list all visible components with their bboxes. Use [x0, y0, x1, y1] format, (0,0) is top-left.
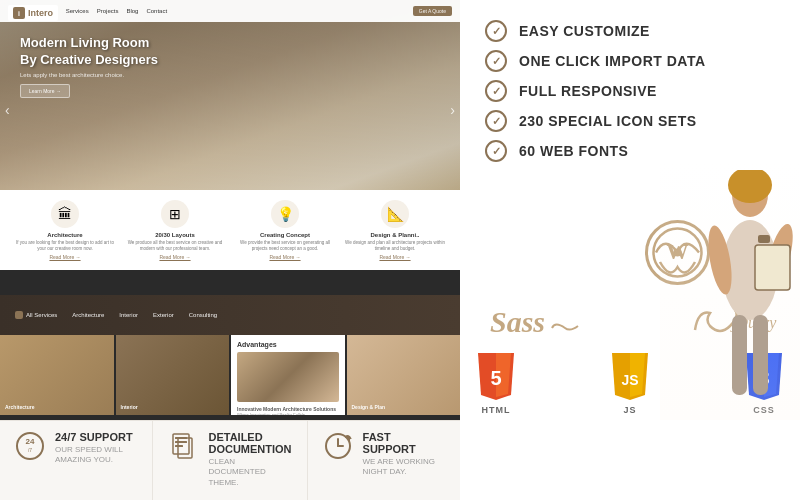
gallery-strip: Architecture Interior Advantages Innovat…: [0, 335, 460, 415]
fast-support-icon: [323, 431, 353, 466]
tech-badges: 5 HTML JS JS 3 CSS: [475, 353, 785, 415]
sass-logo: Sass: [490, 305, 580, 339]
docs-feature: DETAILED DOCUMENTION CLEAN DOCUMENTED TH…: [153, 421, 307, 500]
feature-row-4: 60 WEB FONTS: [485, 140, 775, 162]
feature-desc-1: We produce all the best service on creat…: [125, 240, 225, 252]
advantages-title: Advantages: [237, 341, 339, 348]
docs-text: DETAILED DOCUMENTION CLEAN DOCUMENTED TH…: [208, 431, 291, 488]
feature-label-1: ONE CLICK IMPORT DATA: [519, 53, 706, 69]
support-icon: 24 /7: [15, 431, 45, 466]
svg-text:3: 3: [758, 367, 769, 389]
feature-desc-2: We provide the best service on generatin…: [235, 240, 335, 252]
nav-blog[interactable]: Blog: [126, 8, 138, 14]
service-exterior: Exterior: [153, 312, 174, 318]
svg-point-24: [732, 173, 768, 217]
service-interior: Interior: [119, 312, 138, 318]
feature-concept: 💡 Creating Concept We provide the best s…: [235, 200, 335, 260]
gallery-item-3: Advantages Innovative Modern Architectur…: [231, 335, 345, 415]
js-label: JS: [623, 405, 636, 415]
svg-rect-31: [755, 245, 790, 290]
hero-prev-arrow[interactable]: ‹: [5, 102, 10, 118]
feature-list: EASY CUSTOMIZE ONE CLICK IMPORT DATA FUL…: [485, 20, 775, 162]
docs-subtitle: CLEAN DOCUMENTED THEME.: [208, 457, 291, 488]
hero-bg: [0, 0, 460, 220]
advantages-image: [237, 352, 339, 402]
service-consulting: Consulting: [189, 312, 217, 318]
fast-support-subtitle: WE ARE WORKING NIGHT DAY.: [363, 457, 445, 478]
nav-services[interactable]: Services: [66, 8, 89, 14]
support-text: 24/7 SUPPORT OUR SPEED WILL AMAZING YOU.: [55, 431, 137, 466]
check-icon-4: [485, 140, 507, 162]
bottom-features: 24 /7 24/7 SUPPORT OUR SPEED WILL AMAZIN…: [0, 420, 460, 500]
jquery-logo: jQuery: [690, 308, 780, 340]
service-arch: Architecture: [72, 312, 104, 318]
html5-badge: 5 HTML: [475, 353, 517, 415]
feature-row-2: FULL RESPONSIVE: [485, 80, 775, 102]
html-label: HTML: [482, 405, 511, 415]
feature-title-3: Design & Planni..: [345, 232, 445, 238]
gallery-item-1: Architecture: [0, 335, 114, 415]
nav-contact[interactable]: Contact: [146, 8, 167, 14]
feature-desc-3: We design and plan all architecture proj…: [345, 240, 445, 252]
feature-title-1: 20/30 Layouts: [125, 232, 225, 238]
feature-architecture: 🏛 Architecture If you are looking for th…: [15, 200, 115, 260]
svg-text:jQuery: jQuery: [730, 314, 777, 332]
css-label: CSS: [753, 405, 775, 415]
features-section: 🏛 Architecture If you are looking for th…: [0, 190, 460, 270]
site-logo: i Intero: [8, 5, 58, 21]
support-feature: 24 /7 24/7 SUPPORT OUR SPEED WILL AMAZIN…: [0, 421, 153, 500]
support-subtitle: OUR SPEED WILL AMAZING YOU.: [55, 445, 137, 466]
check-icon-1: [485, 50, 507, 72]
hero-learn-more[interactable]: Learn More →: [20, 84, 70, 98]
check-icon-0: [485, 20, 507, 42]
feature-row-3: 230 SPECIAL ICON SETS: [485, 110, 775, 132]
get-quote-button[interactable]: Get A Quote: [413, 6, 452, 16]
gallery-item-4: Design & Plan: [347, 335, 461, 415]
feature-label-3: 230 SPECIAL ICON SETS: [519, 113, 697, 129]
docs-icon: [168, 431, 198, 466]
svg-point-28: [762, 222, 798, 289]
svg-text:24: 24: [26, 437, 35, 446]
architecture-icon: 🏛: [51, 200, 79, 228]
svg-text:JS: JS: [621, 372, 638, 388]
feature-link-0[interactable]: Read More →: [15, 254, 115, 260]
feature-layouts: ⊞ 20/30 Layouts We produce all the best …: [125, 200, 225, 260]
feature-row-0: EASY CUSTOMIZE: [485, 20, 775, 42]
advantages-desc: Where Imagination and Reality Collide: [237, 412, 339, 415]
check-icon-3: [485, 110, 507, 132]
docs-title: DETAILED DOCUMENTION: [208, 431, 291, 455]
design-icon: 📐: [381, 200, 409, 228]
feature-label-4: 60 WEB FONTS: [519, 143, 628, 159]
hero-screenshot: i Intero Home About Services Projects Bl…: [0, 0, 460, 220]
feature-link-1[interactable]: Read More →: [125, 254, 225, 260]
svg-point-26: [722, 220, 778, 320]
svg-text:W: W: [667, 239, 689, 264]
gallery-item-2: Interior: [116, 335, 230, 415]
services-strip: All Services Architecture Interior Exter…: [0, 295, 460, 335]
js-badge: JS JS: [609, 353, 651, 415]
svg-text:/7: /7: [28, 447, 32, 453]
feature-label-2: FULL RESPONSIVE: [519, 83, 657, 99]
css3-badge: 3 CSS: [743, 353, 785, 415]
hero-next-arrow[interactable]: ›: [450, 102, 455, 118]
svg-text:5: 5: [490, 367, 501, 389]
fast-support-feature: FAST SUPPORT WE ARE WORKING NIGHT DAY.: [308, 421, 460, 500]
feature-label-0: EASY CUSTOMIZE: [519, 23, 650, 39]
feature-row-1: ONE CLICK IMPORT DATA: [485, 50, 775, 72]
svg-point-25: [728, 170, 772, 203]
feature-link-2[interactable]: Read More →: [235, 254, 335, 260]
fast-support-text: FAST SUPPORT WE ARE WORKING NIGHT DAY.: [363, 431, 445, 478]
feature-design: 📐 Design & Planni.. We design and plan a…: [345, 200, 445, 260]
feature-desc-0: If you are looking for the best design t…: [15, 240, 115, 252]
services-label: All Services: [15, 311, 57, 319]
feature-link-3[interactable]: Read More →: [345, 254, 445, 260]
hero-subtitle: Lets apply the best architecture choice.: [20, 72, 158, 78]
hero-title: Modern Living RoomBy Creative Designers: [20, 35, 158, 69]
nav-projects[interactable]: Projects: [97, 8, 119, 14]
left-panel: i Intero Home About Services Projects Bl…: [0, 0, 460, 500]
fast-support-title: FAST SUPPORT: [363, 431, 445, 455]
services-dot: [15, 311, 23, 319]
wp-circle: W: [645, 220, 710, 285]
svg-rect-6: [175, 445, 183, 447]
concept-icon: 💡: [271, 200, 299, 228]
